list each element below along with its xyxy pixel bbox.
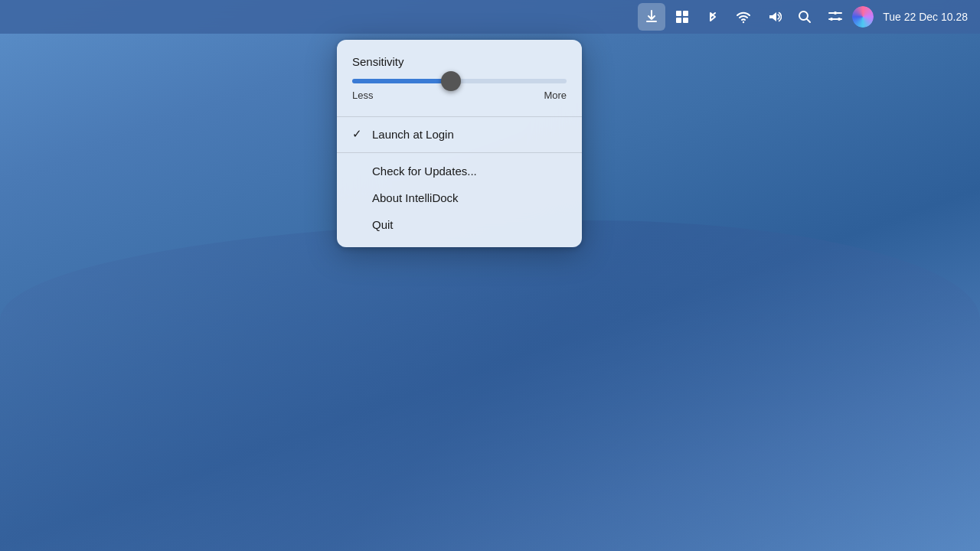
quit-label: Quit [372,218,567,231]
check-updates-label: Check for Updates... [372,165,567,178]
svg-rect-1 [683,11,688,16]
controls-icon[interactable] [822,3,849,31]
menubar-right: Tue 22 Dec 10.28 [638,3,968,31]
checkmark-launch-at-login: ✓ [352,127,366,141]
sensitivity-label: Sensitivity [352,55,567,68]
slider-track [352,79,567,83]
slider-fill [352,79,455,83]
bluetooth-icon[interactable] [699,3,727,31]
menu-item-quit[interactable]: Quit [337,211,582,238]
search-icon[interactable] [791,3,818,31]
slider-more-label: More [544,90,567,101]
menu-item-about[interactable]: About IntelliDock [337,184,582,211]
volume-icon[interactable] [760,3,788,31]
sensitivity-section: Sensitivity Less More [337,55,582,113]
launch-at-login-label: Launch at Login [372,128,567,141]
menu-item-check-updates[interactable]: Check for Updates... [337,158,582,184]
svg-rect-0 [676,11,681,16]
slider-thumb[interactable] [441,71,461,91]
slider-range-labels: Less More [352,90,567,101]
grid-icon[interactable] [668,3,696,31]
download-icon[interactable] [638,3,665,31]
svg-rect-2 [676,18,681,23]
menu-item-launch-at-login[interactable]: ✓ Launch at Login [337,120,582,148]
siri-icon[interactable] [852,6,874,28]
svg-rect-3 [683,18,688,23]
desktop: Tue 22 Dec 10.28 Sensitivity Less More ✓… [0,0,980,551]
menubar-datetime: Tue 22 Dec 10.28 [883,11,968,23]
menubar: Tue 22 Dec 10.28 [0,0,980,34]
popup-menu: Sensitivity Less More ✓ Launch at Login … [337,40,582,247]
divider-2 [337,152,582,153]
about-label: About IntelliDock [372,191,567,204]
slider-container[interactable] [352,79,567,83]
slider-less-label: Less [352,90,373,101]
svg-point-4 [743,21,744,23]
divider-1 [337,116,582,117]
wifi-icon[interactable] [730,3,757,31]
